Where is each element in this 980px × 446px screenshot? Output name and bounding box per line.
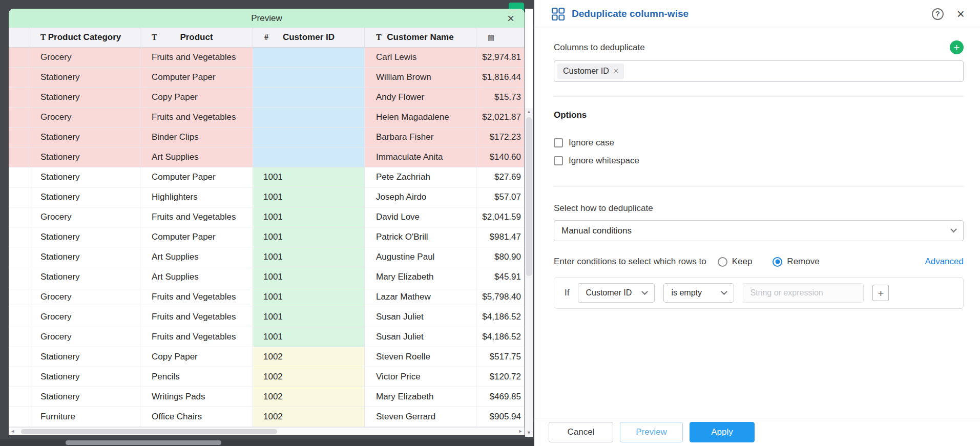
cell-customer-id[interactable] [253, 147, 365, 167]
chip-remove-icon[interactable]: × [614, 67, 618, 76]
add-condition-button[interactable]: + [872, 285, 889, 301]
cell-customer-id[interactable]: 1001 [253, 307, 365, 327]
cell-customer-id[interactable]: 1001 [253, 167, 365, 187]
cell-customer-name[interactable]: Lazar Mathew [365, 287, 476, 307]
cell-customer-name[interactable]: Victor Price [365, 367, 476, 387]
cell-product[interactable]: Highlighters [140, 187, 253, 207]
column-header-product[interactable]: T Product [140, 28, 253, 48]
page-scrollbar-thumb[interactable] [66, 440, 221, 445]
row-gutter[interactable] [9, 147, 29, 167]
cell-customer-name[interactable]: Helen Magadalene [365, 108, 476, 128]
cell-product-category[interactable]: Grocery [29, 207, 140, 227]
cell-product-category[interactable]: Stationery [29, 128, 140, 147]
cell-customer-name[interactable]: Augustine Paul [365, 247, 476, 267]
radio-remove[interactable]: Remove [773, 257, 819, 267]
cell-customer-id[interactable]: 1001 [253, 187, 365, 207]
column-chip[interactable]: Customer ID × [557, 63, 624, 79]
cell-customer-id[interactable]: 1001 [253, 207, 365, 227]
cell-customer-name[interactable]: Immaculate Anita [365, 147, 476, 167]
column-header-customer-name[interactable]: T Customer Name [365, 28, 476, 48]
cell-customer-id[interactable]: 1001 [253, 287, 365, 307]
cell-customer-id[interactable] [253, 128, 365, 147]
cell-product[interactable]: Fruits and Vegetables [140, 327, 253, 347]
cell-product-category[interactable]: Grocery [29, 307, 140, 327]
vertical-scrollbar-thumb[interactable] [526, 117, 532, 276]
cell-customer-id[interactable]: 1002 [253, 387, 365, 407]
cell-amount[interactable]: $2,974.81 [476, 48, 525, 68]
cell-product[interactable]: Fruits and Vegetables [140, 287, 253, 307]
cell-customer-name[interactable]: Susan Juliet [365, 307, 476, 327]
cell-amount[interactable]: $1,816.44 [476, 68, 525, 88]
cell-customer-name[interactable]: David Love [365, 207, 476, 227]
horizontal-scrollbar-thumb[interactable] [21, 429, 277, 434]
preview-button[interactable]: Preview [620, 422, 683, 442]
cell-customer-id[interactable]: 1001 [253, 227, 365, 247]
row-gutter[interactable] [9, 287, 29, 307]
cell-amount[interactable]: $172.23 [476, 128, 525, 147]
cell-product[interactable]: Art Supplies [140, 267, 253, 287]
row-gutter[interactable] [9, 327, 29, 347]
column-header-customer-id[interactable]: # Customer ID [253, 28, 365, 48]
checkbox-icon[interactable] [554, 156, 563, 165]
scroll-left-icon[interactable]: ◄ [9, 429, 17, 434]
cell-product-category[interactable]: Grocery [29, 48, 140, 68]
cell-customer-id[interactable]: 1002 [253, 407, 365, 427]
row-gutter[interactable] [9, 88, 29, 108]
cell-product-category[interactable]: Stationery [29, 187, 140, 207]
ignore-case-checkbox[interactable]: Ignore case [554, 138, 614, 148]
cell-amount[interactable]: $15.73 [476, 88, 525, 108]
ignore-whitespace-checkbox[interactable]: Ignore whitespace [554, 156, 639, 166]
checkbox-icon[interactable] [554, 138, 563, 147]
cell-amount[interactable]: $905.94 [476, 407, 525, 427]
condition-value-input[interactable] [743, 283, 864, 303]
cell-amount[interactable]: $57.07 [476, 187, 525, 207]
table-vertical-scrollbar[interactable]: ▲ ▼ [525, 9, 533, 437]
cell-product[interactable]: Copy Paper [140, 347, 253, 367]
cell-customer-name[interactable]: Joseph Airdo [365, 187, 476, 207]
cell-product[interactable]: Fruits and Vegetables [140, 307, 253, 327]
cell-customer-name[interactable]: Barbara Fisher [365, 128, 476, 147]
table-horizontal-scrollbar[interactable]: ◄ ► [9, 427, 525, 435]
cell-product[interactable]: Computer Paper [140, 227, 253, 247]
cell-product-category[interactable]: Stationery [29, 387, 140, 407]
scroll-up-icon[interactable]: ▲ [525, 110, 533, 114]
cell-amount[interactable]: $4,186.52 [476, 307, 525, 327]
cell-customer-id[interactable] [253, 68, 365, 88]
cell-amount[interactable]: $120.72 [476, 367, 525, 387]
cell-customer-name[interactable]: Steven Roelle [365, 347, 476, 367]
cell-product[interactable]: Writings Pads [140, 387, 253, 407]
cell-product-category[interactable]: Grocery [29, 108, 140, 128]
row-gutter[interactable] [9, 167, 29, 187]
add-column-button[interactable]: + [950, 40, 964, 54]
row-gutter[interactable] [9, 267, 29, 287]
cell-product[interactable]: Pencils [140, 367, 253, 387]
cell-customer-id[interactable]: 1001 [253, 327, 365, 347]
row-gutter[interactable] [9, 347, 29, 367]
cell-product[interactable]: Office Chairs [140, 407, 253, 427]
cell-amount[interactable]: $45.91 [476, 267, 525, 287]
row-gutter[interactable] [9, 187, 29, 207]
row-gutter[interactable] [9, 307, 29, 327]
radio-keep[interactable]: Keep [718, 257, 753, 267]
cell-customer-id[interactable] [253, 48, 365, 68]
cell-product-category[interactable]: Stationery [29, 267, 140, 287]
cell-amount[interactable]: $27.69 [476, 167, 525, 187]
cell-product-category[interactable]: Grocery [29, 327, 140, 347]
cell-customer-id[interactable] [253, 108, 365, 128]
apply-button[interactable]: Apply [690, 422, 755, 442]
cell-customer-name[interactable]: Andy Flower [365, 88, 476, 108]
cell-product-category[interactable]: Stationery [29, 367, 140, 387]
columns-input[interactable]: Customer ID × [554, 60, 964, 82]
cell-customer-name[interactable]: William Brown [365, 68, 476, 88]
cell-customer-id[interactable]: 1001 [253, 267, 365, 287]
page-horizontal-scrollbar[interactable] [0, 439, 534, 446]
cell-amount[interactable]: $140.60 [476, 147, 525, 167]
cell-customer-id[interactable]: 1002 [253, 367, 365, 387]
cell-customer-name[interactable]: Mary Elizabeth [365, 267, 476, 287]
cell-product-category[interactable]: Stationery [29, 347, 140, 367]
vertical-scrollbar-track[interactable]: ▲ ▼ [525, 108, 533, 437]
radio-selected-icon[interactable] [773, 257, 782, 267]
cell-product-category[interactable]: Stationery [29, 68, 140, 88]
cell-product-category[interactable]: Furniture [29, 407, 140, 427]
cell-customer-name[interactable]: Susan Juliet [365, 327, 476, 347]
